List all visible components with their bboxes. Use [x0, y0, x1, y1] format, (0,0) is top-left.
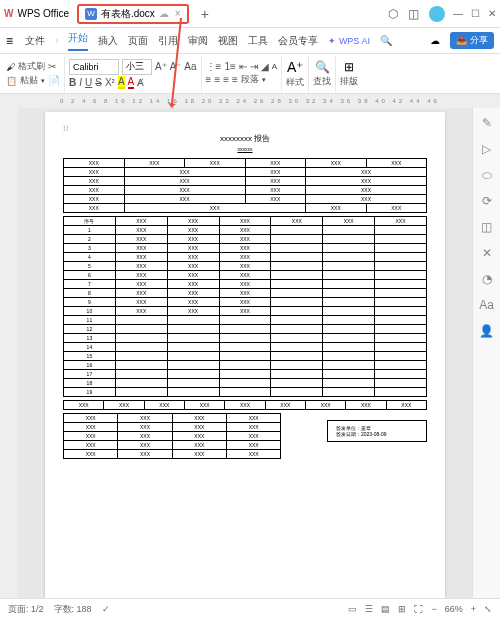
- shrink-font-icon[interactable]: A⁻: [170, 61, 182, 72]
- menu-reference[interactable]: 引用: [158, 34, 178, 48]
- font-select[interactable]: [69, 59, 119, 75]
- doc-title: xxxxxxxx 报告: [63, 133, 427, 144]
- footer-table-1: XXXXXXXXXXXXXXXXXXXXXXXXXXX: [63, 400, 427, 410]
- grow-font-icon[interactable]: A⁺: [155, 61, 167, 72]
- super-icon[interactable]: X²: [105, 77, 115, 88]
- vertical-ruler[interactable]: [0, 108, 18, 598]
- menu-review[interactable]: 审阅: [188, 34, 208, 48]
- number-list-icon[interactable]: 1≡: [224, 61, 235, 72]
- align-left-icon[interactable]: ≡: [206, 74, 212, 85]
- bold-icon[interactable]: B: [69, 77, 76, 88]
- format-painter-label: 格式刷: [18, 60, 45, 73]
- fit-icon[interactable]: ⛶: [414, 604, 423, 614]
- cut-icon[interactable]: ✂: [48, 61, 56, 72]
- menu-insert[interactable]: 插入: [98, 34, 118, 48]
- search-icon[interactable]: 🔍: [380, 35, 392, 46]
- box-icon[interactable]: ◫: [408, 7, 419, 21]
- rail-text-icon[interactable]: Aa: [479, 298, 494, 312]
- word-count[interactable]: 字数: 188: [54, 603, 92, 616]
- find-label: 查找: [313, 75, 331, 88]
- view-web-icon[interactable]: ▤: [381, 604, 390, 614]
- page-indicator[interactable]: 页面: 1/2: [8, 603, 44, 616]
- view-print-icon[interactable]: ▭: [348, 604, 357, 614]
- size-select[interactable]: [122, 59, 152, 75]
- align-justify-icon[interactable]: ≡: [232, 74, 238, 85]
- zoom-in-button[interactable]: +: [471, 604, 476, 614]
- menu-start[interactable]: 开始: [68, 31, 88, 51]
- underline-icon[interactable]: U: [85, 77, 92, 88]
- rail-refresh-icon[interactable]: ⟳: [482, 194, 492, 208]
- zoom-level[interactable]: 66%: [445, 604, 463, 614]
- doc-subtitle: xxxxxx: [63, 146, 427, 152]
- copy-icon[interactable]: 📄: [48, 75, 60, 86]
- menu-hamburger[interactable]: ≡: [6, 34, 13, 48]
- app-name: WPS Office: [17, 8, 69, 19]
- arrange-label: 排版: [340, 75, 358, 88]
- new-tab-button[interactable]: +: [201, 6, 209, 22]
- minimize-button[interactable]: —: [453, 8, 463, 19]
- menu-member[interactable]: 会员专享: [278, 34, 318, 48]
- maximize-button[interactable]: ☐: [471, 8, 480, 19]
- find-icon[interactable]: 🔍: [315, 60, 330, 74]
- fill-icon[interactable]: ◢: [261, 61, 269, 72]
- rail-select-icon[interactable]: ▷: [482, 142, 491, 156]
- rail-user-icon[interactable]: 👤: [479, 324, 494, 338]
- menu-file[interactable]: 文件: [25, 34, 45, 48]
- arrange-icon[interactable]: ⊞: [344, 60, 354, 74]
- rail-close-icon[interactable]: ✕: [482, 246, 492, 260]
- header-table-1: XXXXXXXXXXXXXXXXXX XXXXXXXXXXXX XXXXXXXX…: [63, 158, 427, 213]
- change-case-icon[interactable]: Aa: [184, 61, 196, 72]
- bullet-list-icon[interactable]: ⋮≡: [206, 61, 222, 72]
- footer-table-2: XXXXXXXXXXXX XXXXXXXXXXXX XXXXXXXXXXXX X…: [63, 413, 281, 459]
- wps-ai-button[interactable]: ✦ WPS AI: [328, 36, 370, 46]
- menu-tools[interactable]: 工具: [248, 34, 268, 48]
- strike-icon[interactable]: S: [95, 77, 102, 88]
- main-table: 序号XXXXXXXXXXXXXXXXXX1XXXXXXXXX2XXXXXXXXX…: [63, 216, 427, 397]
- indent-left-icon[interactable]: ⇤: [239, 61, 247, 72]
- view-outline-icon[interactable]: ☰: [365, 604, 373, 614]
- horizontal-ruler[interactable]: 0 2 4 6 8 10 12 14 16 18 20 22 24 26 28 …: [0, 94, 500, 108]
- spellcheck-icon[interactable]: ✓: [102, 604, 110, 614]
- close-button[interactable]: ✕: [488, 8, 496, 19]
- tab-sync-icon[interactable]: ☁: [159, 8, 169, 19]
- document-page[interactable]: ⁞⁞ xxxxxxxx 报告 xxxxxx XXXXXXXXXXXXXXXXXX…: [45, 112, 445, 598]
- indent-right-icon[interactable]: ⇥: [250, 61, 258, 72]
- app-center-icon[interactable]: ⬡: [388, 7, 398, 21]
- share-button[interactable]: 📤 分享: [450, 32, 494, 49]
- user-avatar[interactable]: [429, 6, 445, 22]
- align-right-icon[interactable]: ≡: [223, 74, 229, 85]
- doc-type-icon: W: [85, 8, 97, 20]
- paste-icon[interactable]: 📋: [6, 76, 17, 86]
- menu-view[interactable]: 视图: [218, 34, 238, 48]
- cloud-icon[interactable]: ☁: [430, 35, 440, 46]
- highlight-icon[interactable]: A: [118, 76, 125, 89]
- clear-format-icon[interactable]: A̸: [137, 77, 144, 88]
- paste-label: 粘贴: [20, 74, 38, 87]
- rail-box-icon[interactable]: ◫: [481, 220, 492, 234]
- rail-time-icon[interactable]: ◔: [482, 272, 492, 286]
- format-painter-icon[interactable]: 🖌: [6, 62, 15, 72]
- app-logo: W: [4, 8, 13, 19]
- style-icon[interactable]: A⁺: [287, 59, 303, 75]
- zoom-out-button[interactable]: −: [431, 604, 436, 614]
- fontcolor-icon[interactable]: A: [128, 76, 135, 89]
- tab-title: 有表格.docx: [101, 7, 155, 21]
- style-label: 样式: [286, 76, 304, 89]
- document-tab[interactable]: W 有表格.docx ☁ ×: [77, 4, 189, 24]
- para-label[interactable]: 段落: [241, 73, 259, 86]
- view-read-icon[interactable]: ⊞: [398, 604, 406, 614]
- fullscreen-icon[interactable]: ⤡: [484, 604, 492, 614]
- italic-icon[interactable]: I: [79, 77, 82, 88]
- tab-close-icon[interactable]: ×: [175, 8, 181, 19]
- align-center-icon[interactable]: ≡: [214, 74, 220, 85]
- menu-page[interactable]: 页面: [128, 34, 148, 48]
- signature-box: 签发单位：盖章 签发日期：2023-08-09: [327, 420, 427, 442]
- rail-shape-icon[interactable]: ⬭: [482, 168, 492, 182]
- rail-edit-icon[interactable]: ✎: [482, 116, 492, 130]
